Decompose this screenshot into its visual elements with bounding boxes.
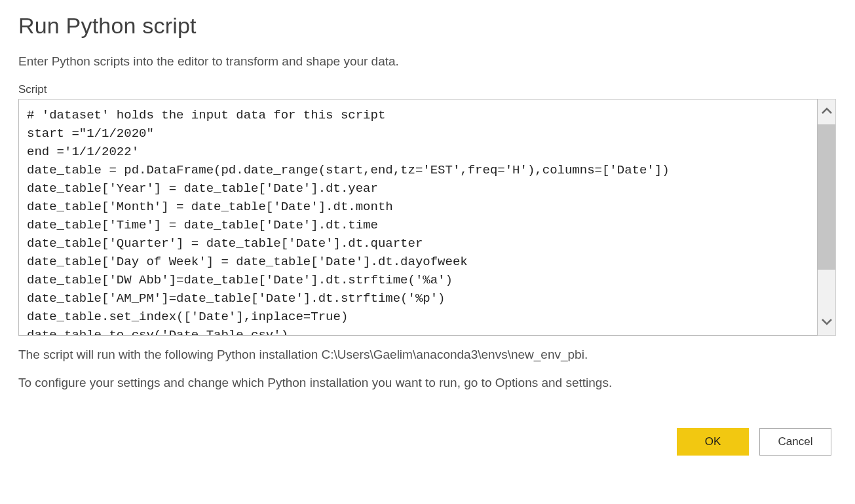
script-editor[interactable]: # 'dataset' holds the input data for thi… bbox=[18, 99, 818, 336]
footer-install-path-text: The script will run with the following P… bbox=[18, 345, 837, 364]
script-label: Script bbox=[18, 83, 837, 96]
dialog-title: Run Python script bbox=[18, 13, 837, 39]
scroll-up-button[interactable] bbox=[818, 99, 835, 124]
script-editor-container: # 'dataset' holds the input data for thi… bbox=[18, 99, 836, 336]
chevron-down-icon bbox=[821, 317, 833, 329]
dialog-button-row: OK Cancel bbox=[18, 428, 837, 456]
run-python-script-dialog: Run Python script Enter Python scripts i… bbox=[18, 13, 837, 456]
footer-configure-text: To configure your settings and change wh… bbox=[18, 373, 837, 392]
scrollbar[interactable] bbox=[818, 99, 836, 336]
chevron-up-icon bbox=[821, 106, 833, 118]
cancel-button[interactable]: Cancel bbox=[759, 428, 831, 456]
scroll-down-button[interactable] bbox=[818, 310, 835, 335]
ok-button[interactable]: OK bbox=[677, 428, 749, 456]
scroll-thumb[interactable] bbox=[818, 124, 835, 270]
scroll-track[interactable] bbox=[818, 124, 835, 310]
dialog-subtitle: Enter Python scripts into the editor to … bbox=[18, 54, 837, 69]
